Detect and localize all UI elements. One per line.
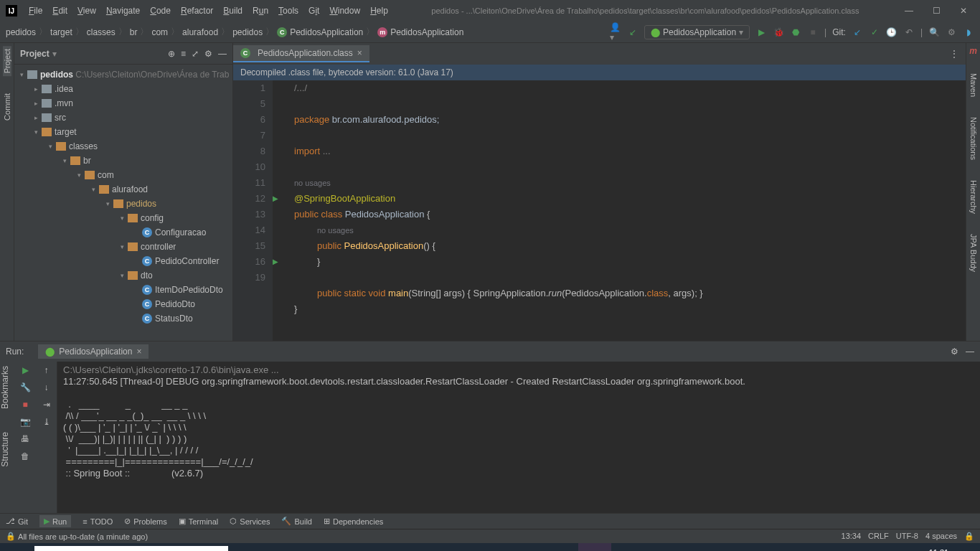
app-icon[interactable]: ✻ bbox=[544, 543, 577, 551]
up-icon[interactable]: ↑ bbox=[41, 364, 52, 376]
app-icon[interactable]: ◉ bbox=[509, 543, 542, 551]
crumb[interactable]: alurafood bbox=[182, 27, 218, 37]
notifications-tool-button[interactable]: Notifications bbox=[969, 114, 978, 163]
menu-code[interactable]: Code bbox=[146, 3, 175, 19]
menu-edit[interactable]: Edit bbox=[48, 3, 72, 19]
tree-item[interactable]: CStatusDto bbox=[14, 311, 232, 326]
menu-window[interactable]: Window bbox=[325, 3, 364, 19]
vs-icon[interactable]: ⋈ bbox=[475, 543, 508, 551]
hide-icon[interactable]: ― bbox=[218, 49, 227, 59]
tree-item[interactable]: CItemDoPedidoDto bbox=[14, 283, 232, 297]
code-content[interactable]: /.../ package br.com.alurafood.pedidos; … bbox=[273, 80, 966, 341]
git-history-icon[interactable]: 🕒 bbox=[886, 27, 897, 38]
tree-item[interactable]: ▾dto bbox=[14, 268, 232, 283]
maven-m-icon[interactable]: m bbox=[969, 46, 977, 56]
crumb[interactable]: classes bbox=[87, 27, 116, 37]
settings-icon[interactable]: ⚙ bbox=[204, 49, 212, 59]
menu-refactor[interactable]: Refactor bbox=[176, 3, 217, 19]
encoding[interactable]: UTF-8 bbox=[896, 532, 918, 541]
lock-icon[interactable]: 🔒 bbox=[6, 532, 16, 541]
stop-button[interactable]: ■ bbox=[807, 27, 819, 38]
tab-menu-icon[interactable]: ⋮ bbox=[950, 49, 958, 59]
maven-tool-button[interactable]: Maven bbox=[969, 70, 978, 100]
movies-icon[interactable]: ▶ bbox=[372, 543, 405, 551]
tree-item[interactable]: ▸.mvn bbox=[14, 96, 232, 110]
start-button[interactable] bbox=[0, 543, 34, 551]
hierarchy-tool-button[interactable]: Hierarchy bbox=[969, 177, 978, 217]
close-run-tab-icon[interactable]: × bbox=[136, 347, 141, 357]
menu-run[interactable]: Run bbox=[248, 3, 273, 19]
run-button[interactable]: ▶ bbox=[755, 27, 767, 38]
console[interactable]: C:\Users\Cleiton\.jdks\corretto-17.0.6\b… bbox=[57, 362, 980, 513]
editor-tab[interactable]: C PedidosApplication.class × bbox=[233, 45, 369, 62]
postman-icon[interactable]: ◉ bbox=[613, 543, 646, 551]
git-update-icon[interactable]: ↙ bbox=[852, 27, 863, 38]
expand-icon[interactable]: ≡ bbox=[181, 49, 186, 59]
git-commit-icon[interactable]: ✓ bbox=[869, 27, 880, 38]
down-icon[interactable]: ↓ bbox=[41, 382, 52, 393]
readonly-icon[interactable]: 🔒 bbox=[964, 532, 974, 541]
menu-tools[interactable]: Tools bbox=[274, 3, 303, 19]
run-settings-icon[interactable]: ⚙ bbox=[951, 347, 958, 357]
crumb[interactable]: com bbox=[151, 27, 168, 37]
scroll-icon[interactable]: ⤓ bbox=[41, 416, 52, 428]
windows-search[interactable]: 🔍Digite aqui para pesquisar bbox=[34, 546, 228, 551]
git-tool-button[interactable]: ⎇Git bbox=[6, 517, 28, 526]
app-icon[interactable]: ▣ bbox=[268, 543, 301, 551]
crumb[interactable]: PedidosApplication bbox=[390, 27, 463, 37]
menu-navigate[interactable]: Navigate bbox=[102, 3, 144, 19]
search-icon[interactable]: 🔍 bbox=[928, 27, 940, 38]
camera-icon[interactable]: 📷 bbox=[19, 416, 31, 428]
select-opened-icon[interactable]: ⊕ bbox=[168, 49, 175, 59]
menu-view[interactable]: View bbox=[73, 3, 100, 19]
explorer-icon[interactable]: 🗂 bbox=[303, 543, 336, 551]
avatar-icon[interactable]: ◗ bbox=[963, 27, 974, 38]
breadcrumb[interactable]: pedidos〉 target〉 classes〉 br〉 com〉 alura… bbox=[6, 26, 463, 38]
collapse-icon[interactable]: ⤢ bbox=[192, 49, 199, 59]
crumb[interactable]: target bbox=[50, 27, 72, 37]
tree-root[interactable]: ▾pedidos C:\Users\Cleiton\OneDrive\Área … bbox=[14, 67, 232, 82]
trash-icon[interactable]: 🗑 bbox=[19, 451, 31, 462]
crumb[interactable]: pedidos bbox=[232, 27, 263, 37]
git-rollback-icon[interactable]: ↶ bbox=[903, 27, 915, 38]
tree-item[interactable]: ▾alurafood bbox=[14, 182, 232, 197]
menu-build[interactable]: Build bbox=[219, 3, 247, 19]
run-gutter-icon[interactable]: ▶ bbox=[273, 191, 278, 207]
menu-file[interactable]: File bbox=[24, 3, 47, 19]
jpa-tool-button[interactable]: JPA Buddy bbox=[969, 231, 978, 275]
hammer-icon[interactable]: ↙ bbox=[627, 27, 639, 38]
crumb[interactable]: PedidosApplication bbox=[290, 27, 363, 37]
project-tool-button[interactable]: Project bbox=[3, 46, 11, 76]
line-sep[interactable]: CRLF bbox=[868, 532, 889, 541]
print-icon[interactable]: 🖶 bbox=[19, 433, 31, 445]
intellij-icon[interactable]: IJ bbox=[578, 543, 611, 551]
tree-item[interactable]: ▾controller bbox=[14, 240, 232, 254]
commit-tool-button[interactable]: Commit bbox=[3, 90, 11, 123]
cursor-pos[interactable]: 13:34 bbox=[842, 532, 862, 541]
wrap-icon[interactable]: ⇥ bbox=[41, 399, 52, 410]
run-tool-button[interactable]: ▶Run bbox=[39, 515, 71, 527]
stop-button[interactable]: ■ bbox=[19, 399, 31, 410]
terminal-tool-button[interactable]: ▣Terminal bbox=[179, 517, 219, 526]
todo-tool-button[interactable]: ≡TODO bbox=[83, 517, 113, 526]
run-hide-icon[interactable]: ― bbox=[966, 347, 974, 357]
edge-icon[interactable]: ◉ bbox=[406, 543, 439, 551]
indent[interactable]: 4 spaces bbox=[925, 532, 957, 541]
bookmarks-tool-button[interactable]: Bookmarks bbox=[0, 362, 10, 413]
coverage-button[interactable]: ⬣ bbox=[790, 27, 801, 38]
debug-button[interactable]: 🐞 bbox=[773, 27, 784, 38]
tree-item[interactable]: ▾config bbox=[14, 211, 232, 225]
project-tree[interactable]: ▾pedidos C:\Users\Cleiton\OneDrive\Área … bbox=[14, 65, 232, 341]
store-icon[interactable]: 🛍 bbox=[337, 543, 370, 551]
tree-item[interactable]: CPedidoDto bbox=[14, 297, 232, 311]
tree-item[interactable]: CPedidoController bbox=[14, 254, 232, 268]
run-gutter-icon[interactable]: ▶ bbox=[273, 254, 278, 270]
tray-clock[interactable]: 11:3125/01/2023 bbox=[919, 548, 958, 551]
close-button[interactable]: ✕ bbox=[953, 6, 974, 16]
menu-help[interactable]: Help bbox=[366, 3, 392, 19]
app-icon[interactable]: ◎ bbox=[440, 543, 473, 551]
run-tab[interactable]: ⬤ PedidosApplication × bbox=[38, 344, 149, 359]
structure-tool-button[interactable]: Structure bbox=[0, 428, 10, 471]
crumb[interactable]: br bbox=[130, 27, 138, 37]
rerun-button[interactable]: ▶ bbox=[19, 364, 31, 376]
